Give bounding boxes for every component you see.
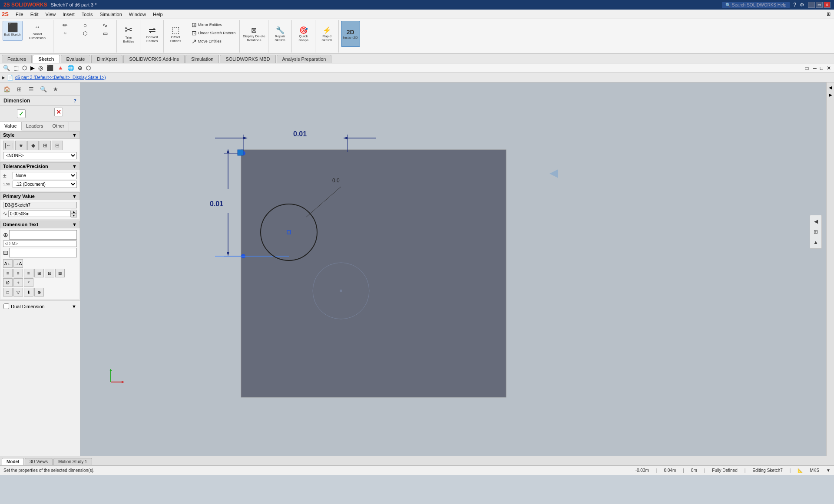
quick-snaps-button[interactable]: 🎯 QuickSnaps <box>294 21 313 47</box>
spline-tool-button[interactable]: ≈ <box>56 30 75 37</box>
right-panel-btn-2[interactable]: ▶ <box>828 92 833 98</box>
vp-icon-9[interactable]: ⊕ <box>76 64 84 72</box>
search-box[interactable]: 🔍 Search SOLIDWORKS Help <box>722 2 790 8</box>
menu-file[interactable]: File <box>12 11 27 18</box>
menu-simulation[interactable]: Simulation <box>96 11 125 18</box>
ok-button[interactable]: ✓ <box>17 109 26 118</box>
smart-dimension-button[interactable]: ↔ Smart Dimension <box>23 21 51 41</box>
status-expand-icon[interactable]: ▼ <box>826 468 831 473</box>
misc-btn-1[interactable]: □ <box>3 288 13 296</box>
breadcrumb-path[interactable]: d6 part 3 (Default<<Default>_Display Sta… <box>15 75 106 80</box>
style-btn-2[interactable]: ★ <box>15 141 26 150</box>
misc-btn-4[interactable]: ⊕ <box>34 288 44 296</box>
sym-deg[interactable]: ° <box>24 278 33 287</box>
value-increment-btn[interactable]: ▲ <box>71 210 77 214</box>
tab-analysis[interactable]: Analysis Preparation <box>277 55 332 63</box>
menu-edit[interactable]: Edit <box>27 11 42 18</box>
tab-sketch[interactable]: Sketch <box>33 55 60 63</box>
menu-window[interactable]: Window <box>126 11 149 18</box>
style-btn-1[interactable]: |←| <box>3 141 14 150</box>
instant2d-button[interactable]: 2D Instant2D <box>341 21 360 47</box>
primary-value-header[interactable]: Primary Value ▼ <box>0 192 80 200</box>
sym-diameter[interactable]: Ø <box>3 278 13 287</box>
vp-icon-5[interactable]: ◎ <box>37 64 44 72</box>
fmt-align-center[interactable]: ≡ <box>13 269 23 277</box>
tab-solidworks-mbd[interactable]: SOLIDWORKS MBD <box>220 55 275 63</box>
close-button[interactable]: ✕ <box>824 2 831 8</box>
tolerance-section-header[interactable]: Tolerance/Precision ▼ <box>0 162 80 170</box>
line-tool-button[interactable]: ✏ <box>56 21 75 30</box>
fmt-align-left[interactable]: ≡ <box>3 269 13 277</box>
dim-text-after[interactable] <box>9 248 77 257</box>
sym-plus[interactable]: + <box>13 278 23 287</box>
rect-tool-button[interactable]: ▭ <box>96 30 115 37</box>
vp-icon-2[interactable]: ⬚ <box>12 64 20 72</box>
vp-icon-7[interactable]: 🔺 <box>56 64 65 72</box>
misc-btn-3[interactable]: ⬇ <box>24 288 33 296</box>
repair-sketch-button[interactable]: 🔧 RepairSketch <box>271 21 290 47</box>
vp-icon-10[interactable]: ⬡ <box>85 64 92 72</box>
vp-icon-3[interactable]: ⬡ <box>21 64 28 72</box>
menu-help[interactable]: Help <box>149 11 166 18</box>
circle-tool-button[interactable]: ○ <box>76 21 95 30</box>
vp-icon-4[interactable]: ▶ <box>29 64 36 72</box>
dimension-text-header[interactable]: Dimension Text ▼ <box>0 221 80 228</box>
bottom-tab-motion[interactable]: Motion Study 1 <box>53 458 92 465</box>
exit-sketch-button[interactable]: ⬛ Exit Sketch <box>3 21 23 41</box>
menu-view[interactable]: View <box>42 11 60 18</box>
vp-icon-8[interactable]: 🌐 <box>66 64 76 72</box>
dim-text-main[interactable] <box>3 240 77 247</box>
tab-solidworks-addins[interactable]: SOLIDWORKS Add-Ins <box>123 55 185 63</box>
primary-value-input[interactable] <box>8 211 71 217</box>
dual-dimension-checkbox[interactable] <box>3 303 9 309</box>
style-section-header[interactable]: Style ▼ <box>0 131 80 139</box>
vp-max-btn[interactable]: □ <box>819 65 824 72</box>
dual-dim-expand-icon[interactable]: ▼ <box>72 304 76 309</box>
panel-icon-list[interactable]: ☰ <box>26 84 36 94</box>
arc-tool-button[interactable]: ∿ <box>96 21 115 30</box>
vp-restore-btn[interactable]: ▭ <box>803 65 811 72</box>
misc-btn-2[interactable]: ▽ <box>13 288 23 296</box>
vp-icon-1[interactable]: 🔍 <box>2 64 11 72</box>
fmt-btn-right-text[interactable]: →A <box>13 259 23 268</box>
tab-evaluate[interactable]: Evaluate <box>61 55 91 63</box>
panel-icon-home[interactable]: 🏠 <box>2 84 12 94</box>
tab-features[interactable]: Features <box>2 55 32 63</box>
viewport[interactable]: 0.01 0.01 <box>80 82 826 456</box>
rvp-arrow-btn[interactable]: ◀ <box>811 217 821 226</box>
linear-sketch-pattern-button[interactable]: ⊡ Linear Sketch Pattern <box>190 29 237 37</box>
bottom-tab-model[interactable]: Model <box>2 458 24 465</box>
vp-min-btn[interactable]: ─ <box>811 65 818 72</box>
menu-tools[interactable]: Tools <box>78 11 96 18</box>
panel-icon-star[interactable]: ★ <box>50 84 61 94</box>
menu-insert[interactable]: Insert <box>59 11 78 18</box>
dim-text-before[interactable] <box>9 230 77 240</box>
fmt-btn-6[interactable]: ⊠ <box>55 269 65 277</box>
right-panel-btn-1[interactable]: ◀ <box>828 84 833 91</box>
tab-leaders[interactable]: Leaders <box>22 122 48 131</box>
trim-entities-button[interactable]: ✂ TrimEntities <box>119 21 138 47</box>
restore-button[interactable]: ▭ <box>816 2 823 8</box>
style-btn-4[interactable]: ⊞ <box>40 141 51 150</box>
offset-entities-button[interactable]: ⬚ OffsetEntities <box>166 21 185 47</box>
tab-dimxpert[interactable]: DimXpert <box>91 55 122 63</box>
dimension-help-icon[interactable]: ? <box>73 98 76 103</box>
rvp-expand-btn[interactable]: ⊞ <box>811 227 821 236</box>
bottom-tab-3dviews[interactable]: 3D Views <box>25 458 53 465</box>
value-decrement-btn[interactable]: ▼ <box>71 214 77 217</box>
rvp-collapse-btn[interactable]: ▲ <box>811 238 821 247</box>
fmt-btn-4[interactable]: ⊞ <box>34 269 44 277</box>
panel-icon-search[interactable]: 🔍 <box>38 84 49 94</box>
expand-icon[interactable]: ⊞ <box>825 11 832 17</box>
tab-other[interactable]: Other <box>48 122 70 131</box>
vp-icon-6[interactable]: ⬛ <box>45 64 55 72</box>
fmt-align-right[interactable]: ≡ <box>24 269 33 277</box>
panel-icon-grid[interactable]: ⊞ <box>14 84 24 94</box>
mirror-entities-button[interactable]: ⊞ Mirror Entities <box>190 21 237 29</box>
precision-dropdown[interactable]: .12 (Document) <box>13 181 77 188</box>
fmt-btn-left-text[interactable]: A← <box>3 259 13 268</box>
help-icon[interactable]: ? <box>793 2 796 8</box>
cancel-button[interactable]: ✕ <box>54 108 63 116</box>
tab-value[interactable]: Value <box>0 122 22 131</box>
style-btn-3[interactable]: ◆ <box>27 141 39 150</box>
